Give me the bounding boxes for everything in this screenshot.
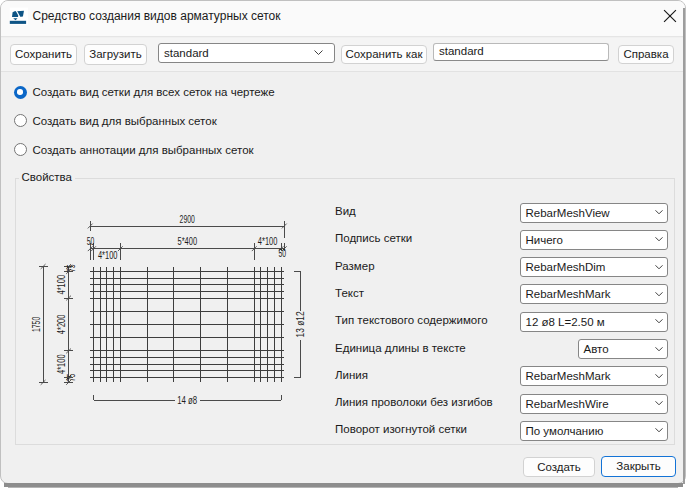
- svg-text:14 ø8: 14 ø8: [177, 395, 197, 406]
- svg-text:13 ø12: 13 ø12: [295, 311, 306, 337]
- svg-text:2900: 2900: [180, 214, 195, 225]
- svg-text:50: 50: [87, 236, 95, 247]
- svg-text:1750: 1750: [31, 317, 42, 332]
- svg-text:75: 75: [66, 264, 77, 272]
- svg-text:5*400: 5*400: [178, 236, 198, 247]
- svg-text:50: 50: [279, 248, 287, 259]
- svg-text:4*100: 4*100: [98, 250, 118, 261]
- svg-text:4*100: 4*100: [56, 354, 67, 374]
- svg-text:4*100: 4*100: [258, 236, 278, 247]
- svg-text:75: 75: [66, 374, 77, 382]
- svg-text:4*100: 4*100: [56, 275, 67, 295]
- svg-text:4*200: 4*200: [56, 315, 67, 335]
